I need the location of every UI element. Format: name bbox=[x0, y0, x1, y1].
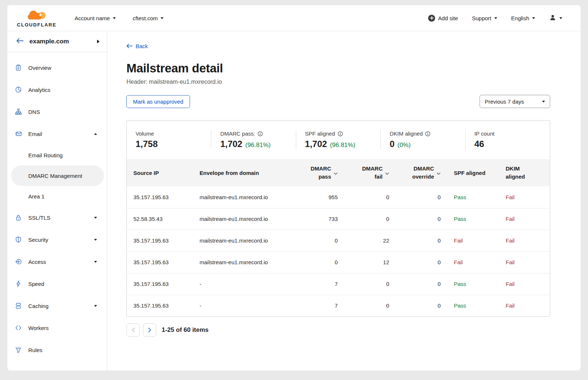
info-icon[interactable] bbox=[258, 131, 263, 136]
app-window: CLOUDFLARE Account name cftest.com Add s… bbox=[7, 5, 581, 370]
cell-dkim-aligned: Fail bbox=[499, 251, 550, 273]
cell-dkim-aligned: Fail bbox=[499, 208, 550, 230]
sort-chevron-icon bbox=[385, 170, 389, 176]
cell-envelope-from-domain: - bbox=[193, 273, 289, 295]
sidebar-item-security[interactable]: Security bbox=[7, 229, 107, 251]
back-arrow-icon bbox=[126, 43, 133, 49]
expand-right-icon bbox=[97, 40, 100, 43]
cell-spf-aligned: Fail bbox=[443, 251, 499, 273]
chevron-down-icon bbox=[494, 17, 497, 19]
info-icon[interactable] bbox=[425, 131, 430, 136]
cloudflare-cloud-icon bbox=[24, 9, 50, 23]
sidebar: example.com Overview bbox=[7, 31, 107, 370]
pagination-summary: 1-25 of 60 items bbox=[162, 326, 209, 334]
cell-source-ip: 35.157.195.63 bbox=[127, 295, 193, 316]
cell-dmarc-pass: 733 bbox=[289, 208, 340, 230]
table-row: 35.157.195.63 mailstream-eu1.mxrecord.io… bbox=[127, 251, 550, 273]
page-subtitle: Header: mailstream-eu1.mxrecord.io bbox=[126, 79, 550, 85]
stats-strip: Volume 1,758 DMARC pass: 1,702 (96.81% bbox=[127, 121, 550, 159]
lock-icon bbox=[15, 214, 22, 221]
sidebar-item-email-routing[interactable]: Email Routing bbox=[7, 145, 107, 165]
access-arrow-icon bbox=[15, 258, 22, 265]
chevron-down-icon bbox=[94, 239, 97, 241]
sidebar-item-analytics[interactable]: Analytics bbox=[7, 79, 107, 101]
next-page-button[interactable] bbox=[143, 323, 156, 337]
table-row: 52.58.35.43 mailstream-eu1.mxrecord.io 7… bbox=[127, 208, 550, 230]
cell-spf-aligned: Fail bbox=[443, 230, 499, 251]
cell-envelope-from-domain: mailstream-eu1.mxrecord.io bbox=[193, 251, 289, 273]
column-header-dkim-aligned: DKIM aligned bbox=[499, 159, 550, 186]
cell-dmarc-fail: 0 bbox=[340, 186, 391, 208]
chevron-down-icon bbox=[559, 17, 562, 19]
account-menu[interactable]: Account name bbox=[75, 15, 116, 21]
cloudflare-wordmark: CLOUDFLARE bbox=[17, 22, 57, 28]
clipboard-icon bbox=[15, 64, 22, 71]
shield-icon bbox=[15, 236, 22, 243]
cell-dmarc-override: 0 bbox=[391, 295, 443, 316]
cell-dmarc-fail: 0 bbox=[340, 273, 391, 295]
cell-dmarc-override: 0 bbox=[391, 186, 443, 208]
sidebar-nav: Overview Analytics bbox=[7, 52, 107, 361]
table-body: 35.157.195.63 mailstream-eu1.mxrecord.io… bbox=[127, 186, 550, 316]
mark-as-unapproved-button[interactable]: Mark as unapproved bbox=[126, 95, 190, 108]
chevron-down-icon bbox=[161, 17, 164, 19]
cell-dmarc-pass: 0 bbox=[289, 251, 340, 273]
cell-spf-aligned: Pass bbox=[443, 208, 499, 230]
sidebar-item-area-1[interactable]: Area 1 bbox=[7, 186, 107, 207]
sidebar-item-overview[interactable]: Overview bbox=[7, 57, 107, 79]
cell-spf-aligned: Pass bbox=[443, 186, 499, 208]
sidebar-item-dmarc-management[interactable]: DMARC Management bbox=[11, 165, 104, 186]
sidebar-item-dns[interactable]: DNS bbox=[7, 101, 107, 123]
column-header-dmarc-override[interactable]: DMARC override bbox=[391, 159, 443, 186]
cell-dkim-aligned: Fail bbox=[499, 186, 550, 208]
network-icon bbox=[15, 108, 22, 115]
site-menu[interactable]: cftest.com bbox=[133, 15, 164, 21]
cell-source-ip: 35.157.195.63 bbox=[127, 230, 193, 251]
date-range-select[interactable]: Previous 7 days bbox=[480, 95, 550, 108]
back-arrow-icon bbox=[16, 38, 24, 45]
language-menu[interactable]: English bbox=[511, 15, 535, 21]
page-title: Mailstream detail bbox=[126, 61, 550, 75]
cell-dkim-aligned: Fail bbox=[499, 273, 550, 295]
cell-dmarc-pass: 7 bbox=[289, 295, 340, 316]
cell-dmarc-fail: 0 bbox=[340, 295, 391, 316]
user-menu[interactable] bbox=[549, 14, 562, 22]
sidebar-item-caching[interactable]: Caching bbox=[7, 295, 107, 317]
site-switcher[interactable]: example.com bbox=[7, 31, 107, 52]
cell-envelope-from-domain: mailstream-eu1.mxrecord.io bbox=[193, 230, 289, 251]
sidebar-item-ssl-tls[interactable]: SSL/TLS bbox=[7, 207, 107, 229]
stat-spf-aligned: SPF aligned 1,702 (96.81%) bbox=[296, 130, 380, 149]
sort-chevron-icon bbox=[437, 170, 441, 176]
table-row: 35.157.195.63 mailstream-eu1.mxrecord.io… bbox=[127, 230, 550, 251]
cell-envelope-from-domain: mailstream-eu1.mxrecord.io bbox=[193, 186, 289, 208]
pagination: 1-25 of 60 items bbox=[126, 323, 550, 337]
sidebar-item-rules[interactable]: Rules bbox=[7, 339, 107, 361]
table-header-row: Source IP Envelope from domain DMARC pas… bbox=[127, 159, 550, 186]
chevron-down-icon bbox=[542, 101, 545, 103]
cell-source-ip: 35.157.195.63 bbox=[127, 273, 193, 295]
lightning-icon bbox=[15, 280, 22, 287]
top-navigation-bar: CLOUDFLARE Account name cftest.com Add s… bbox=[7, 5, 581, 31]
sidebar-item-access[interactable]: Access bbox=[7, 251, 107, 273]
cell-dmarc-pass: 955 bbox=[289, 186, 340, 208]
column-header-envelope-from-domain: Envelope from domain bbox=[193, 159, 289, 186]
stat-dmarc-pass: DMARC pass: 1,702 (96.81%) bbox=[211, 130, 295, 149]
plus-circle-icon bbox=[428, 15, 435, 22]
sidebar-item-email[interactable]: Email bbox=[7, 123, 107, 145]
cloudflare-logo[interactable]: CLOUDFLARE bbox=[13, 9, 61, 28]
chevron-down-icon bbox=[113, 17, 116, 19]
sidebar-item-workers[interactable]: Workers bbox=[7, 317, 107, 339]
column-header-dmarc-fail[interactable]: DMARC fail bbox=[340, 159, 391, 186]
cell-dmarc-fail: 12 bbox=[340, 251, 391, 273]
chevron-up-icon bbox=[94, 133, 97, 135]
cell-dmarc-override: 0 bbox=[391, 208, 443, 230]
cell-envelope-from-domain: mailstream-eu1.mxrecord.io bbox=[193, 208, 289, 230]
sidebar-item-speed[interactable]: Speed bbox=[7, 273, 107, 295]
column-header-dmarc-pass[interactable]: DMARC pass bbox=[289, 159, 340, 186]
info-icon[interactable] bbox=[338, 131, 343, 136]
pie-chart-icon bbox=[15, 86, 22, 93]
add-site-button[interactable]: Add site bbox=[428, 15, 458, 22]
support-menu[interactable]: Support bbox=[472, 15, 497, 21]
back-link[interactable]: Back bbox=[126, 43, 148, 49]
previous-page-button[interactable] bbox=[126, 323, 140, 337]
